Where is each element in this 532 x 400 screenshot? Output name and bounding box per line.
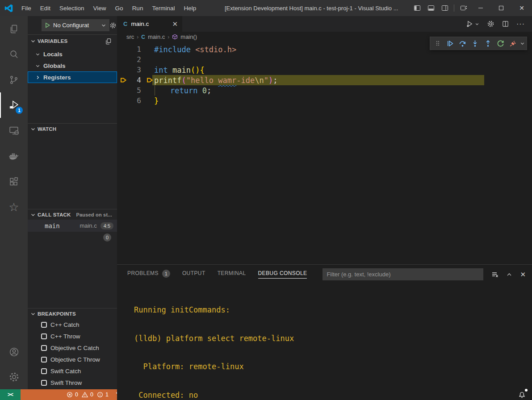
activity-bar-bottom bbox=[0, 339, 28, 389]
docker-icon[interactable] bbox=[0, 143, 28, 169]
thread-row[interactable]: 0 bbox=[28, 232, 117, 243]
problems-status[interactable]: 0 0 1 bbox=[65, 389, 110, 400]
restart-button[interactable] bbox=[494, 38, 507, 49]
checkbox-unchecked[interactable] bbox=[41, 322, 47, 328]
debug-console-output[interactable]: Running initCommands: (lldb) platform se… bbox=[117, 284, 532, 400]
run-and-debug-icon[interactable]: 1 bbox=[0, 92, 28, 118]
c-file-icon: C bbox=[123, 21, 127, 27]
inline-execution-arrow-icon bbox=[147, 77, 153, 83]
toggle-sidebar-icon[interactable] bbox=[410, 0, 424, 16]
token-semicolon: ; bbox=[207, 86, 211, 95]
editor-settings-gear-icon[interactable] bbox=[487, 20, 494, 28]
extensions-icon[interactable] bbox=[0, 169, 28, 194]
breakpoint-row[interactable]: C++ Catch bbox=[28, 319, 117, 330]
current-stackframe-arrow-icon[interactable] bbox=[117, 77, 130, 83]
token-string: "hello bbox=[186, 76, 218, 85]
title-bar: File Edit Selection View Go Run Terminal… bbox=[0, 0, 532, 16]
menu-view[interactable]: View bbox=[89, 0, 111, 16]
drag-handle-icon[interactable] bbox=[431, 38, 444, 49]
source-control-icon[interactable] bbox=[0, 67, 28, 92]
explorer-icon[interactable] bbox=[0, 16, 28, 42]
chevron-down-icon bbox=[30, 38, 36, 44]
variables-section-header[interactable]: VARIABLES bbox=[28, 36, 117, 46]
checkbox-unchecked[interactable] bbox=[41, 380, 47, 386]
checkbox-unchecked[interactable] bbox=[41, 333, 47, 339]
breakpoints-section-header[interactable]: BREAKPOINTS bbox=[28, 308, 117, 319]
breakpoint-row[interactable]: Swift Catch bbox=[28, 365, 117, 377]
breadcrumb-symbol[interactable]: main() bbox=[180, 33, 197, 40]
minimize-button[interactable] bbox=[470, 0, 491, 16]
split-editor-icon[interactable] bbox=[502, 21, 509, 27]
continue-button[interactable] bbox=[444, 38, 456, 49]
code-editor[interactable]: 1 #include <stdio.h> 2 3 int main(){ bbox=[117, 42, 532, 264]
debug-session-dropdown-icon[interactable] bbox=[519, 38, 525, 49]
console-filter-input[interactable] bbox=[323, 268, 483, 280]
start-debug-icon[interactable] bbox=[45, 22, 50, 28]
menu-edit[interactable]: Edit bbox=[36, 0, 55, 16]
breakpoint-row[interactable]: C++ Throw bbox=[28, 330, 117, 342]
locals-label: Locals bbox=[43, 51, 63, 58]
more-actions-icon[interactable]: ··· bbox=[516, 20, 525, 28]
checkbox-unchecked[interactable] bbox=[41, 368, 47, 374]
customize-layout-icon[interactable] bbox=[457, 0, 470, 16]
menu-help[interactable]: Help bbox=[179, 0, 201, 16]
breakpoint-row[interactable]: Swift Throw bbox=[28, 377, 117, 388]
settings-gear-icon[interactable] bbox=[0, 364, 28, 389]
copy-icon[interactable] bbox=[105, 38, 112, 45]
remote-explorer-icon[interactable] bbox=[0, 118, 28, 143]
remote-icon: >< bbox=[8, 392, 13, 398]
step-out-button[interactable] bbox=[482, 38, 494, 49]
maximize-panel-icon[interactable] bbox=[506, 271, 512, 278]
debug-config-dropdown[interactable]: No Configurat bbox=[42, 19, 109, 31]
tab-terminal[interactable]: TERMINAL bbox=[218, 270, 246, 279]
notification-dot bbox=[525, 389, 528, 392]
menu-bar: File Edit Selection View Go Run Terminal… bbox=[17, 0, 201, 16]
variables-section: VARIABLES Locals Globals Registers bbox=[28, 36, 117, 83]
token-paren: ) bbox=[268, 76, 273, 85]
star-extension-icon[interactable]: ☆ bbox=[0, 194, 28, 220]
close-panel-icon[interactable]: ✕ bbox=[520, 271, 526, 279]
maximize-button[interactable] bbox=[491, 0, 511, 16]
debug-settings-gear-icon[interactable] bbox=[109, 22, 117, 29]
watch-section-header[interactable]: WATCH bbox=[28, 123, 117, 134]
debug-console-label: DEBUG CONSOLE bbox=[258, 270, 307, 279]
breadcrumb-file[interactable]: main.c bbox=[148, 33, 165, 40]
stack-frame-row[interactable]: main main.c 4:5 bbox=[28, 220, 117, 232]
breakpoint-row[interactable]: Objective C Catch bbox=[28, 342, 117, 354]
menu-selection[interactable]: Selection bbox=[55, 0, 89, 16]
run-or-debug-button[interactable] bbox=[466, 20, 479, 28]
close-tab-icon[interactable]: ✕ bbox=[172, 20, 178, 28]
checkbox-unchecked[interactable] bbox=[41, 345, 47, 351]
menu-go[interactable]: Go bbox=[111, 0, 128, 16]
token-header-name: <stdio.h> bbox=[191, 45, 236, 54]
toggle-secondary-sidebar-icon[interactable] bbox=[438, 0, 452, 16]
search-icon[interactable] bbox=[0, 42, 28, 67]
step-into-button[interactable] bbox=[469, 38, 481, 49]
menu-terminal[interactable]: Terminal bbox=[147, 0, 179, 16]
toggle-panel-icon[interactable] bbox=[424, 0, 438, 16]
breakpoint-row[interactable]: Objective C Throw bbox=[28, 354, 117, 365]
bottom-panel: PROBLEMS 1 OUTPUT TERMINAL DEBUG CONSOLE bbox=[117, 264, 532, 400]
notifications-bell-icon[interactable] bbox=[517, 389, 527, 400]
tab-main-c[interactable]: C main.c ✕ bbox=[117, 16, 182, 32]
tab-debug-console[interactable]: DEBUG CONSOLE bbox=[258, 270, 307, 279]
variables-scope-registers[interactable]: Registers bbox=[28, 71, 117, 83]
token-preprocessor: #include bbox=[154, 45, 191, 54]
step-over-button[interactable] bbox=[457, 38, 469, 49]
breadcrumb-folder[interactable]: src bbox=[126, 33, 134, 40]
variables-scope-globals[interactable]: Globals bbox=[28, 60, 117, 71]
line-number: 6 bbox=[130, 96, 141, 105]
remote-indicator[interactable]: >< bbox=[0, 389, 21, 400]
tab-problems[interactable]: PROBLEMS 1 bbox=[127, 270, 170, 279]
problems-count-badge: 1 bbox=[162, 270, 170, 278]
close-window-button[interactable]: ✕ bbox=[511, 0, 532, 16]
variables-scope-locals[interactable]: Locals bbox=[28, 48, 117, 60]
disconnect-button[interactable] bbox=[507, 38, 519, 49]
clear-console-icon[interactable] bbox=[491, 271, 498, 278]
tab-output[interactable]: OUTPUT bbox=[182, 270, 205, 279]
accounts-icon[interactable] bbox=[0, 339, 28, 364]
menu-run[interactable]: Run bbox=[128, 0, 148, 16]
checkbox-unchecked[interactable] bbox=[41, 357, 47, 362]
call-stack-section-header[interactable]: CALL STACK Paused on st... bbox=[28, 209, 117, 220]
menu-file[interactable]: File bbox=[17, 0, 36, 16]
